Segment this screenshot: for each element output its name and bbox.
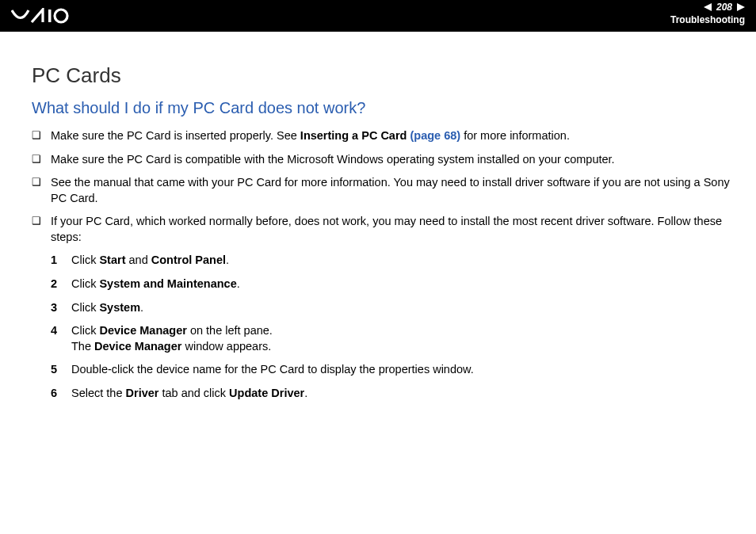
step-item: 6Select the Driver tab and click Update … [71,386,732,402]
bullet-text: See the manual that came with your PC Ca… [51,176,730,204]
bullet-text: for more information. [460,129,570,142]
next-page-arrow-icon[interactable] [737,3,745,11]
step-item: 2Click System and Maintenance. [71,277,732,292]
step-text: on the left pane. [187,324,273,337]
bold-text: Driver [126,387,159,399]
header-bar: 208 Troubleshooting [0,0,756,32]
step-text: Click [71,277,99,290]
bullet-list: Make sure the PC Card is inserted proper… [32,128,732,401]
bullet-item: If your PC Card, which worked normally b… [51,214,732,401]
step-item: 3Click System. [71,300,732,316]
step-text: The [71,340,94,353]
vaio-logo [11,8,82,24]
page-number: 208 [715,2,734,13]
step-number: 6 [51,386,57,402]
bold-text: System [99,301,140,314]
vaio-logo-svg [11,8,82,24]
numbered-list: 1Click Start and Control Panel. 2Click S… [51,253,732,401]
bold-text: Device Manager [94,340,181,353]
step-text: Select the [71,387,126,399]
step-number: 1 [51,253,57,269]
step-text: Click [71,324,99,337]
svg-point-1 [55,10,67,22]
content-area: PC Cards What should I do if my PC Card … [0,32,756,401]
section-label: Troubleshooting [670,14,745,25]
step-text: . [304,387,307,399]
page-nav: 208 [670,2,745,13]
page-info: 208 Troubleshooting [670,2,745,25]
step-item: 1Click Start and Control Panel. [71,253,732,269]
step-item: 5Double-click the device name for the PC… [71,362,732,378]
step-text: window appears. [181,340,271,353]
bold-text: Control Panel [151,254,226,266]
bold-text: System and Maintenance [99,277,236,290]
svg-rect-0 [48,10,52,22]
bullet-text: If your PC Card, which worked normally b… [51,215,722,243]
page-title: PC Cards [32,63,732,88]
step-text: . [226,254,229,266]
question-heading: What should I do if my PC Card does not … [32,99,732,117]
bullet-item: Make sure the PC Card is inserted proper… [51,128,732,144]
prev-page-arrow-icon[interactable] [704,3,712,11]
step-text: tab and click [158,387,229,399]
step-text: and [126,254,151,266]
step-number: 5 [51,362,57,378]
bullet-text: Make sure the PC Card is compatible with… [51,153,615,166]
page-link[interactable]: (page 68) [407,129,460,142]
step-item: 4Click Device Manager on the left pane.T… [71,323,732,354]
bold-text: Device Manager [99,324,186,337]
step-text: . [237,277,240,290]
bullet-text: Make sure the PC Card is inserted proper… [51,129,300,142]
step-number: 4 [51,323,57,339]
bullet-item: See the manual that came with your PC Ca… [51,175,732,206]
bold-text: Inserting a PC Card [300,129,407,142]
step-text: . [140,301,143,314]
bold-text: Start [99,254,125,266]
bullet-item: Make sure the PC Card is compatible with… [51,152,732,168]
step-text: Click [71,254,99,266]
step-number: 3 [51,300,57,316]
step-text: Click [71,301,99,314]
step-text: Double-click the device name for the PC … [71,363,474,376]
step-number: 2 [51,277,57,292]
bold-text: Update Driver [229,387,304,399]
